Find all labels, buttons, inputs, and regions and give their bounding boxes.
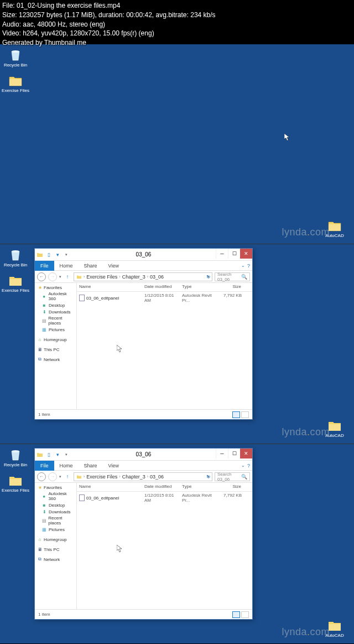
breadcrumb-segment[interactable]: Chapter_3 xyxy=(122,474,145,480)
nav-forward-button[interactable]: → xyxy=(48,472,57,481)
sidebar-favorites-header[interactable]: ★Favorites xyxy=(36,484,75,491)
ribbon-tab-home[interactable]: Home xyxy=(54,261,79,271)
homegroup-icon: ⌂ xyxy=(37,337,43,342)
column-headers[interactable]: Name Date modified Type Size xyxy=(77,283,252,292)
refresh-icon[interactable]: ↻ xyxy=(206,474,211,480)
help-icon[interactable]: ? xyxy=(247,463,250,468)
column-headers[interactable]: Name Date modified Type Size xyxy=(77,483,252,492)
file-explorer-window[interactable]: ▯ ▾ ▾ 03_06 ─ ☐ ✕ File Home Share View ⌄… xyxy=(34,448,253,620)
address-bar[interactable]: › Exercise Files › Chapter_3 › 03_06 ▾ ↻ xyxy=(74,472,212,481)
sidebar-item-autodesk360[interactable]: ●Autodesk 360 xyxy=(36,291,75,302)
column-header-type[interactable]: Type xyxy=(180,283,216,291)
sidebar-network-header[interactable]: ⧉Network xyxy=(36,556,75,563)
chevron-right-icon[interactable]: › xyxy=(147,275,148,279)
navigation-pane[interactable]: ★Favorites ●Autodesk 360 ■Desktop ⬇Downl… xyxy=(35,483,77,609)
minimize-button[interactable]: ─ xyxy=(216,449,228,458)
new-folder-icon[interactable]: ▾ xyxy=(54,251,61,259)
sidebar-item-downloads[interactable]: ⬇Downloads xyxy=(36,508,75,515)
qat-dropdown-icon[interactable]: ▾ xyxy=(63,251,70,259)
desktop-icon-recycle-bin[interactable]: Recycle Bin xyxy=(2,447,29,467)
file-row[interactable]: 03_06_editpanel 1/12/2015 8:01 AM Autode… xyxy=(77,292,252,304)
breadcrumb-segment[interactable]: Chapter_3 xyxy=(122,274,145,280)
file-list-area[interactable]: Name Date modified Type Size 03_06_editp… xyxy=(77,483,252,609)
column-header-name[interactable]: Name xyxy=(77,283,142,291)
desktop-icon-exercise-files[interactable]: Exercise Files xyxy=(2,475,29,493)
breadcrumb-segment[interactable]: Exercise Files xyxy=(86,474,117,480)
ribbon-expand-icon[interactable]: ⌄ xyxy=(241,263,245,269)
sidebar-homegroup-header[interactable]: ⌂Homegroup xyxy=(36,536,75,543)
maximize-button[interactable]: ☐ xyxy=(228,449,240,458)
maximize-button[interactable]: ☐ xyxy=(228,249,240,259)
ribbon-expand-icon[interactable]: ⌄ xyxy=(241,463,245,468)
sidebar-item-desktop[interactable]: ■Desktop xyxy=(36,302,75,308)
sidebar-item-recent[interactable]: ▤Recent places xyxy=(36,515,75,526)
ribbon-tab-file[interactable]: File xyxy=(35,261,54,271)
column-header-size[interactable]: Size xyxy=(216,483,244,491)
close-button[interactable]: ✕ xyxy=(240,249,252,259)
ribbon-tab-view[interactable]: View xyxy=(103,261,124,271)
chevron-right-icon[interactable]: › xyxy=(119,475,120,478)
properties-icon[interactable]: ▯ xyxy=(45,251,53,259)
search-input[interactable]: Search 03_06 🔍 xyxy=(215,272,250,281)
chevron-right-icon[interactable]: › xyxy=(119,275,120,279)
titlebar[interactable]: ▯ ▾ ▾ 03_06 ─ ☐ ✕ xyxy=(35,449,252,461)
new-folder-icon[interactable]: ▾ xyxy=(54,451,61,458)
nav-recent-dropdown[interactable]: ▾ xyxy=(59,475,61,479)
close-button[interactable]: ✕ xyxy=(240,449,252,458)
chevron-right-icon[interactable]: › xyxy=(147,475,148,478)
sidebar-item-downloads[interactable]: ⬇Downloads xyxy=(36,308,75,315)
breadcrumb-segment[interactable]: Exercise Files xyxy=(86,274,117,280)
desktop-icon-recycle-bin[interactable]: Recycle Bin xyxy=(2,47,29,68)
sidebar-thispc-header[interactable]: 🖥This PC xyxy=(36,346,75,353)
nav-back-button[interactable]: ← xyxy=(37,272,46,281)
breadcrumb-segment[interactable]: 03_06 xyxy=(150,474,164,480)
qat-dropdown-icon[interactable]: ▾ xyxy=(63,451,70,458)
icons-view-icon[interactable] xyxy=(241,611,249,618)
desktop-icon-recycle-bin[interactable]: Recycle Bin xyxy=(2,247,29,267)
nav-up-button[interactable]: ↑ xyxy=(64,273,71,281)
column-header-type[interactable]: Type xyxy=(180,483,216,491)
ribbon-tab-share[interactable]: Share xyxy=(79,461,103,471)
ribbon-tab-share[interactable]: Share xyxy=(79,261,103,271)
nav-forward-button[interactable]: → xyxy=(48,272,57,281)
help-icon[interactable]: ? xyxy=(247,263,250,269)
address-bar[interactable]: › Exercise Files › Chapter_3 › 03_06 ▾ ↻ xyxy=(74,272,212,281)
titlebar[interactable]: ▯ ▾ ▾ 03_06 ─ ☐ ✕ xyxy=(35,249,252,261)
file-name: 03_06_editpanel xyxy=(86,296,119,301)
ribbon-tab-view[interactable]: View xyxy=(103,461,124,471)
navigation-pane[interactable]: ★ Favorites ●Autodesk 360 ■Desktop ⬇Down… xyxy=(35,283,77,409)
column-header-date[interactable]: Date modified xyxy=(142,483,180,491)
file-explorer-window[interactable]: ▯ ▾ ▾ 03_06 ─ ☐ ✕ File Home Share View ⌄… xyxy=(34,248,253,420)
nav-recent-dropdown[interactable]: ▾ xyxy=(59,275,61,279)
column-header-date[interactable]: Date modified xyxy=(142,283,180,291)
details-view-icon[interactable] xyxy=(232,411,240,418)
minimize-button[interactable]: ─ xyxy=(216,249,228,259)
chevron-right-icon[interactable]: › xyxy=(84,475,85,478)
ribbon-tab-file[interactable]: File xyxy=(35,461,54,471)
search-input[interactable]: Search 03_06 🔍 xyxy=(215,472,250,481)
sidebar-item-autodesk360[interactable]: ●Autodesk 360 xyxy=(36,491,75,502)
sidebar-network-header[interactable]: ⧉Network xyxy=(36,356,75,363)
sidebar-favorites-header[interactable]: ★ Favorites xyxy=(36,284,75,291)
icons-view-icon[interactable] xyxy=(241,411,249,418)
file-list-area[interactable]: Name Date modified Type Size 03_06_editp… xyxy=(77,283,252,409)
refresh-icon[interactable]: ↻ xyxy=(206,274,211,280)
nav-up-button[interactable]: ↑ xyxy=(64,473,71,481)
desktop-icon-exercise-files[interactable]: Exercise Files xyxy=(2,75,29,93)
column-header-size[interactable]: Size xyxy=(216,283,244,291)
properties-icon[interactable]: ▯ xyxy=(45,451,53,458)
sidebar-item-pictures[interactable]: ▦Pictures xyxy=(36,326,75,333)
ribbon-tab-home[interactable]: Home xyxy=(54,461,79,471)
column-header-name[interactable]: Name xyxy=(77,483,142,491)
sidebar-homegroup-header[interactable]: ⌂Homegroup xyxy=(36,336,75,343)
sidebar-thispc-header[interactable]: 🖥This PC xyxy=(36,546,75,553)
desktop-icon-exercise-files[interactable]: Exercise Files xyxy=(2,275,29,293)
sidebar-item-desktop[interactable]: ■Desktop xyxy=(36,502,75,508)
file-row[interactable]: 03_06_editpanel 1/12/2015 8:01 AM Autode… xyxy=(77,492,252,504)
breadcrumb-segment[interactable]: 03_06 xyxy=(150,274,164,280)
nav-back-button[interactable]: ← xyxy=(37,472,46,481)
details-view-icon[interactable] xyxy=(232,611,240,618)
chevron-right-icon[interactable]: › xyxy=(84,275,85,279)
sidebar-item-pictures[interactable]: ▦Pictures xyxy=(36,526,75,533)
sidebar-item-recent[interactable]: ▤Recent places xyxy=(36,315,75,326)
